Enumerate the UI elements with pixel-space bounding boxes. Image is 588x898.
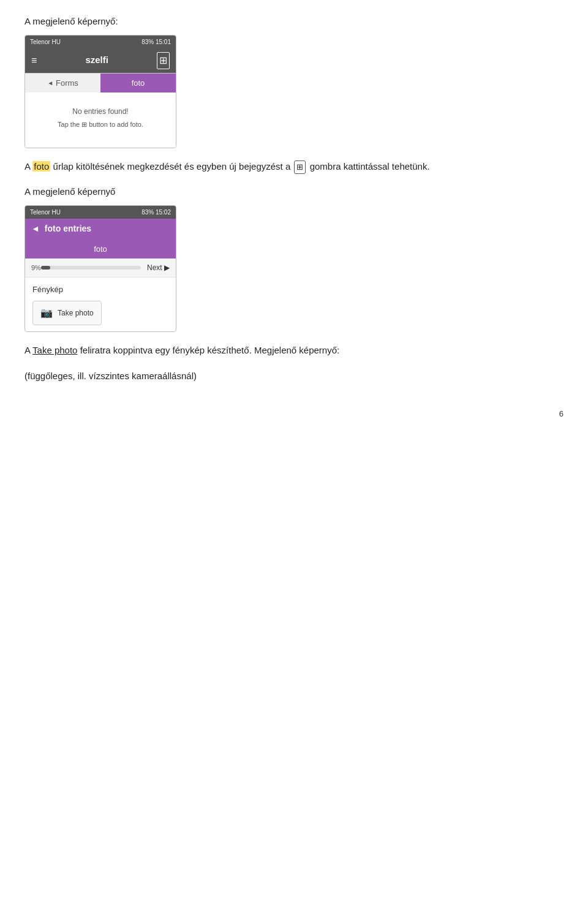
para1-pre: A xyxy=(24,161,32,172)
tab-foto-1[interactable]: foto xyxy=(100,73,176,93)
add-btn-inline: ⊞ xyxy=(294,160,306,175)
phone-tab2-bar: foto xyxy=(25,239,176,259)
page-number: 6 xyxy=(24,408,564,420)
para3-text: (függőleges, ill. vízszintes kameraállás… xyxy=(24,371,197,381)
paragraph-3: (függőleges, ill. vízszintes kameraállás… xyxy=(24,369,564,383)
status-right-2: 83% 15:02 xyxy=(141,208,171,217)
section2-title: A megjelenő képernyő xyxy=(24,185,564,199)
tab2-label: foto xyxy=(94,244,107,254)
field-label: Fénykép xyxy=(32,284,168,296)
back-arrow-header: ◄ xyxy=(31,222,40,235)
para2-underline: Take photo xyxy=(32,345,77,355)
tab-foto-label-1: foto xyxy=(132,78,145,88)
take-photo-label: Take photo xyxy=(58,308,94,319)
phone-body-1: No entries found! Tap the ⊞ button to ad… xyxy=(25,92,176,148)
phone-tabs-1: ◄ Forms foto xyxy=(25,73,176,93)
progress-row: 9% Next ▶ xyxy=(25,258,176,277)
paragraph-2: A Take photo feliratra koppintva egy fén… xyxy=(24,343,564,358)
phone-mockup-1: Telenor HU 83% 15:01 ≡ szelfi ⊞ ◄ Forms … xyxy=(24,35,176,149)
phone-mockup-2: Telenor HU 83% 15:02 ◄ foto entries foto… xyxy=(24,205,176,332)
para2-post: feliratra koppintva egy fénykép készíthe… xyxy=(77,345,339,355)
take-photo-button[interactable]: 📷 Take photo xyxy=(32,301,102,325)
tab-forms-label: Forms xyxy=(56,77,78,89)
phone-header-2: ◄ foto entries xyxy=(25,219,176,239)
para1-highlight: foto xyxy=(32,161,50,172)
app-title-1: szelfi xyxy=(85,53,108,67)
status-left-2: Telenor HU xyxy=(30,208,61,217)
tab-forms[interactable]: ◄ Forms xyxy=(25,73,100,93)
paragraph-1: A foto űrlap kitöltésének megkezdését és… xyxy=(24,159,564,174)
hamburger-icon: ≡ xyxy=(31,53,37,68)
progress-percent: 9% xyxy=(31,263,41,273)
para1-suffix: gombra kattintással tehetünk. xyxy=(310,161,430,172)
back-arrow-tab: ◄ xyxy=(47,78,53,88)
para1-post: űrlap kitöltésének megkezdését és egyben… xyxy=(50,161,290,172)
header2-title: foto entries xyxy=(45,222,91,235)
progress-bar-bg xyxy=(41,266,141,270)
section1-title: A megjelenő képernyő: xyxy=(24,15,564,29)
status-left-1: Telenor HU xyxy=(30,37,61,47)
status-bar-2: Telenor HU 83% 15:02 xyxy=(25,206,176,219)
para2-pre: A xyxy=(24,345,32,355)
phone-form-body: Fénykép 📷 Take photo xyxy=(25,277,176,331)
phone-header-1: ≡ szelfi ⊞ xyxy=(25,48,176,73)
progress-bar-fill xyxy=(41,266,50,270)
progress-bar-container xyxy=(41,266,141,270)
next-label: Next ▶ xyxy=(147,262,170,273)
camera-icon: 📷 xyxy=(40,306,53,320)
tap-hint-text: Tap the ⊞ button to add foto. xyxy=(32,119,168,130)
next-button[interactable]: Next ▶ xyxy=(147,262,170,273)
status-right-1: 83% 15:01 xyxy=(141,37,171,47)
add-icon-1: ⊞ xyxy=(157,52,170,69)
status-bar-1: Telenor HU 83% 15:01 xyxy=(25,36,176,48)
no-entries-text: No entries found! xyxy=(32,106,168,117)
